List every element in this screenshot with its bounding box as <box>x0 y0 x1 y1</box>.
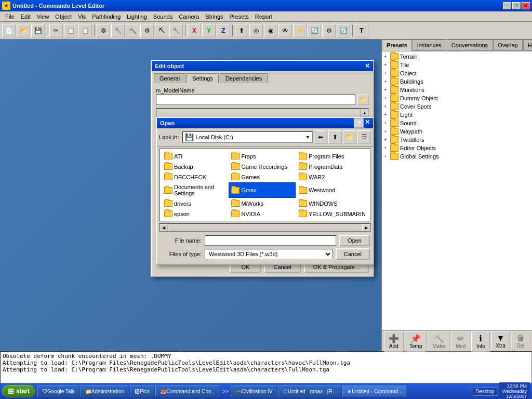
folder-GameRecordings[interactable]: Game Recordings <box>229 162 295 171</box>
taskbar: ⊞ start 🗨 Google Talk 📁 Administration 🖼… <box>0 383 532 399</box>
model-name-row: 📁 <box>156 95 369 105</box>
folder-Westwood[interactable]: Westwood <box>296 182 368 198</box>
files-grid: ATI Fraps Program Files Backup Game Reco… <box>162 151 368 219</box>
folder-Games[interactable]: Games <box>229 172 295 182</box>
open-bottom: File name: Open Files of type: Westwood … <box>157 233 373 264</box>
folder-MiWorks[interactable]: MiWorks <box>229 198 295 208</box>
nav-new-folder[interactable]: 📁 <box>343 130 356 144</box>
taskbar-item-6[interactable]: ⬡ Untitled - gmax - [R... <box>278 385 341 397</box>
folder-epson[interactable]: epson <box>162 209 228 219</box>
folder-ProgramFiles[interactable]: Program Files <box>296 151 368 161</box>
filename-input[interactable] <box>205 235 336 246</box>
folder-Fraps[interactable]: Fraps <box>229 151 295 161</box>
taskbar-expand[interactable]: >> <box>221 385 230 397</box>
h-scroll-track[interactable] <box>168 224 362 231</box>
model-name-label: m_ModelName <box>156 87 369 94</box>
model-name-browse[interactable]: 📁 <box>357 95 369 105</box>
date-display: 12/5/2007 <box>502 394 527 399</box>
desktop-label[interactable]: Desktop <box>473 387 497 396</box>
nav-view[interactable]: ☰ <box>357 130 371 144</box>
folder-ATI[interactable]: ATI <box>162 151 228 161</box>
folder-drivers[interactable]: drivers <box>162 198 228 208</box>
open-btn[interactable]: Open <box>339 235 370 246</box>
open-dialog-title: Open <box>160 120 175 126</box>
nav-up[interactable]: ⬆ <box>328 130 342 144</box>
filename-label: File name: <box>160 237 202 244</box>
taskbar-item-3[interactable]: 🖼 Pics <box>130 385 154 397</box>
folder-ProgramData[interactable]: ProgramData <box>296 162 368 171</box>
filename-row: File name: Open <box>160 235 370 246</box>
edit-object-tabs: General Settings Dependencies <box>152 71 373 83</box>
taskbar-items: 🗨 Google Talk 📁 Administration 🖼 Pics 🦊 … <box>37 385 471 397</box>
time-display: 12:56 PM <box>502 383 527 389</box>
look-in-select[interactable]: 💾 Local Disk (C:) ▼ <box>182 131 313 143</box>
cancel-btn[interactable]: Cancel <box>336 248 370 260</box>
folder-WAR2[interactable]: WAR2 <box>296 172 368 182</box>
start-button[interactable]: ⊞ start <box>2 385 35 397</box>
folder-DECCHECK[interactable]: DECCHECK <box>162 172 228 182</box>
h-scrollbar: ◀ ▶ <box>159 223 371 232</box>
look-in-value: Local Disk (C:) <box>196 134 304 140</box>
open-dialog-close[interactable]: ✕ <box>365 118 370 128</box>
filetype-row: Files of type: Westwood 3D Files (*.w3d)… <box>160 248 370 260</box>
edit-object-title: Edit object <box>155 63 184 69</box>
open-dialog: Open ? ✕ Look in: 💾 Local Disk (C:) ▼ ⬅ … <box>156 117 374 265</box>
folder-DocsAndSettings[interactable]: Documents and Settings <box>162 182 228 198</box>
nav-back[interactable]: ⬅ <box>314 130 327 144</box>
tab-dependencies[interactable]: Dependencies <box>220 73 268 83</box>
filetype-select[interactable]: Westwood 3D Files (*.w3d) All Files (*.*… <box>205 249 332 259</box>
edit-object-close[interactable]: ✕ <box>365 62 370 70</box>
taskbar-item-1[interactable]: 🗨 Google Talk <box>37 385 79 397</box>
folder-Gmax[interactable]: Gmax <box>229 182 295 198</box>
taskbar-item-2[interactable]: 📁 Administration <box>81 385 129 397</box>
open-help-button[interactable]: ? <box>354 118 364 128</box>
open-dialog-title-bar: Open ? ✕ <box>157 118 373 128</box>
gmax-folder-icon <box>231 187 240 194</box>
clock[interactable]: 12:56 PM Wednesday 12/5/2007 <box>499 382 530 399</box>
day-display: Wednesday <box>502 389 527 394</box>
scroll-right[interactable]: ▶ <box>362 224 370 231</box>
folder-Backup[interactable]: Backup <box>162 162 228 171</box>
scroll-up[interactable]: ▲ <box>361 109 369 117</box>
edit-object-title-bar: Edit object ✕ <box>152 61 373 71</box>
filetype-label: Files of type: <box>160 251 202 257</box>
tab-settings[interactable]: Settings <box>187 73 219 83</box>
scroll-left[interactable]: ◀ <box>159 224 168 231</box>
taskbar-item-5[interactable]: 🎮 Civilization IV <box>231 385 277 397</box>
dialog-overlay: Edit object ✕ General Settings Dependenc… <box>0 0 532 383</box>
files-area: ATI Fraps Program Files Backup Game Reco… <box>159 149 371 221</box>
look-in-label: Look in: <box>159 134 179 140</box>
model-name-input[interactable] <box>156 95 355 105</box>
start-label: start <box>16 388 30 395</box>
open-toolbar: Look in: 💾 Local Disk (C:) ▼ ⬅ ⬆ 📁 ☰ <box>157 128 373 147</box>
folder-NVIDIA[interactable]: NVIDIA <box>229 209 295 219</box>
taskbar-tray: Desktop 12:56 PM Wednesday 12/5/2007 <box>473 382 530 399</box>
folder-YELLOW[interactable]: YELLOW_SUBMARIN <box>296 209 368 219</box>
tab-general[interactable]: General <box>154 73 185 83</box>
taskbar-item-7[interactable]: ★ Untitled - Command... <box>342 385 407 397</box>
taskbar-item-4[interactable]: 🦊 Command and Con... <box>155 385 220 397</box>
folder-WINDOWS[interactable]: WINDOWS <box>296 198 368 208</box>
